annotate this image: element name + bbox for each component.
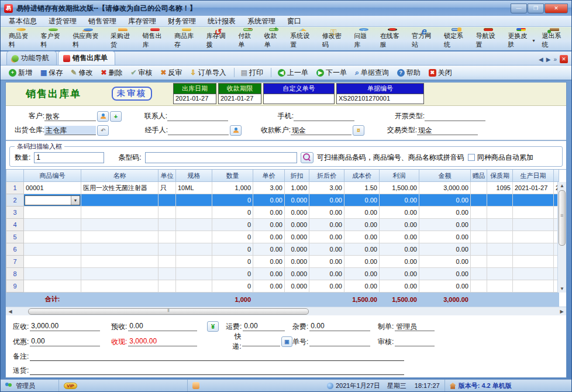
grid-cell[interactable]: [513, 280, 554, 293]
form-toolbar-button[interactable]: ▶ 下一单: [313, 67, 350, 79]
column-header[interactable]: [6, 170, 24, 182]
freight-field[interactable]: 0.00: [243, 322, 285, 331]
toolbar-button[interactable]: 收款单: [261, 27, 287, 50]
grid-cell[interactable]: [176, 219, 212, 231]
row-number[interactable]: 5: [6, 231, 24, 243]
grid-cell[interactable]: [176, 243, 212, 256]
grid-cell[interactable]: 10ML: [176, 182, 212, 194]
toolbar-button[interactable]: 系统设置: [287, 27, 319, 50]
handler-field[interactable]: [168, 126, 229, 135]
grid-cell[interactable]: [81, 207, 158, 219]
grid-cell[interactable]: 0.00: [380, 207, 419, 219]
column-header[interactable]: 折后价: [309, 170, 344, 182]
column-header[interactable]: 规格: [176, 170, 212, 182]
grid-cell[interactable]: 0.00: [253, 280, 285, 293]
grid-cell[interactable]: 3.00: [253, 182, 285, 194]
grid-cell[interactable]: [158, 219, 176, 231]
grid-cell[interactable]: [176, 207, 212, 219]
toolbar-button[interactable]: 在线客服: [377, 27, 409, 50]
grid-cell[interactable]: 3,000.00: [419, 182, 471, 194]
menu-item[interactable]: 财务管理: [162, 16, 202, 27]
toolbar-button[interactable]: 导航设置: [473, 27, 505, 50]
tab-nav-icon[interactable]: ▶: [546, 56, 551, 63]
toolbar-button[interactable]: 商品资料: [5, 27, 37, 50]
form-toolbar-button[interactable]: ▤ 打印: [237, 67, 267, 79]
scroll-down-icon[interactable]: ▼: [558, 285, 566, 293]
barcode-input[interactable]: [145, 152, 297, 163]
grid-cell[interactable]: 0.00: [380, 243, 419, 256]
grid-cell[interactable]: 0.00: [419, 219, 471, 231]
grid-cell[interactable]: 0: [212, 207, 253, 219]
contact-field[interactable]: [167, 112, 228, 121]
column-header[interactable]: 商品编号: [24, 170, 81, 182]
grid-cell[interactable]: [471, 256, 487, 268]
menu-item[interactable]: 统计报表: [202, 16, 242, 27]
maker-field[interactable]: 管理员: [395, 322, 435, 331]
menu-item[interactable]: 窗口: [281, 16, 307, 27]
grid-cell[interactable]: 1,000: [212, 182, 253, 194]
grid-cell[interactable]: [471, 231, 487, 243]
grid-cell[interactable]: 0.00: [380, 219, 419, 231]
grid-cell[interactable]: 00001: [24, 182, 81, 194]
grid-cell[interactable]: 0.00: [344, 280, 380, 293]
toolbar-button[interactable]: 销售出库: [139, 27, 171, 50]
grid-cell[interactable]: [158, 194, 176, 207]
grid-cell[interactable]: 0.00: [419, 280, 471, 293]
tab-close-icon[interactable]: ✕: [560, 55, 568, 63]
grid-cell[interactable]: [176, 256, 212, 268]
column-header[interactable]: 名称: [81, 170, 158, 182]
grid-cell[interactable]: [24, 231, 81, 243]
menu-item[interactable]: 销售管理: [82, 16, 122, 27]
grid-cell[interactable]: [24, 256, 81, 268]
grid-cell[interactable]: [513, 243, 554, 256]
menu-item[interactable]: 基本信息: [3, 16, 43, 27]
form-toolbar-button[interactable]: ⌕ 单据查询: [352, 67, 392, 79]
form-toolbar-button[interactable]: ✎ 修改: [67, 67, 96, 79]
grid-cell[interactable]: ▼: [24, 194, 81, 207]
grid-cell[interactable]: [81, 280, 158, 293]
grid-cell[interactable]: [513, 268, 554, 280]
grid-cell[interactable]: 0.00: [309, 231, 344, 243]
header-field-value[interactable]: 2021-01-27: [218, 94, 261, 104]
handler-lookup-button[interactable]: [230, 125, 242, 136]
toolbar-button[interactable]: 客户资料: [37, 27, 70, 50]
grid-cell[interactable]: [24, 243, 81, 256]
chevron-down-icon[interactable]: ▼: [71, 196, 80, 205]
grid-cell[interactable]: 0.00: [344, 256, 380, 268]
column-header[interactable]: 保质期: [487, 170, 513, 182]
menu-item[interactable]: 库存管理: [122, 16, 162, 27]
grid-cell[interactable]: 0.00: [344, 207, 380, 219]
grid-cell[interactable]: 0: [212, 243, 253, 256]
row-number[interactable]: 4: [6, 219, 24, 231]
grid-cell[interactable]: 0.000: [285, 256, 309, 268]
grid-cell[interactable]: [513, 219, 554, 231]
grid-cell[interactable]: 0.00: [419, 243, 471, 256]
grid-cell[interactable]: 0.00: [309, 194, 344, 207]
express-button[interactable]: ▣: [281, 336, 292, 347]
grid-cell[interactable]: [471, 182, 487, 194]
row-number[interactable]: 1: [6, 182, 24, 194]
column-header[interactable]: 利润: [380, 170, 419, 182]
grid-cell[interactable]: 0.000: [285, 194, 309, 207]
grid-cell[interactable]: 0.00: [419, 194, 471, 207]
form-toolbar-button[interactable]: ▦ 保存: [37, 67, 66, 79]
column-header[interactable]: 赠品: [471, 170, 487, 182]
vertical-scrollbar[interactable]: ▲ ▼: [557, 182, 566, 293]
express-field[interactable]: [242, 337, 280, 346]
row-number[interactable]: 9: [6, 280, 24, 293]
row-number[interactable]: 7: [6, 256, 24, 268]
grid-cell[interactable]: [471, 219, 487, 231]
row-number[interactable]: 6: [6, 243, 24, 256]
grid-cell[interactable]: 0.00: [253, 207, 285, 219]
grid-cell[interactable]: [81, 194, 158, 207]
form-toolbar-button[interactable]: + 新增: [5, 67, 36, 79]
grid-cell[interactable]: [81, 256, 158, 268]
grid-cell[interactable]: [158, 256, 176, 268]
grid-cell[interactable]: [487, 194, 513, 207]
grid-cell[interactable]: 0.00: [419, 268, 471, 280]
grid-cell[interactable]: 0.00: [309, 207, 344, 219]
account-lookup-button[interactable]: ¤: [353, 125, 364, 136]
horizontal-scrollbar[interactable]: ◀ ▶: [6, 307, 566, 315]
product-code-combo[interactable]: ▼: [25, 195, 80, 205]
toolbar-button[interactable]: 问题库: [350, 27, 376, 50]
